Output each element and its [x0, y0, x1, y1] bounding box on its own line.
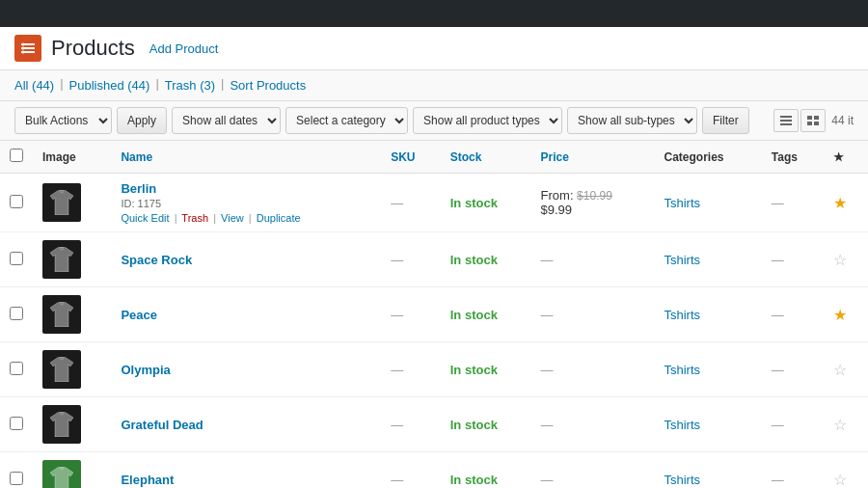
svg-rect-12: [814, 122, 819, 125]
featured-star[interactable]: ★: [833, 195, 847, 211]
product-image: [42, 405, 81, 444]
featured-star[interactable]: ☆: [833, 252, 847, 268]
stock-value: In stock: [450, 363, 498, 377]
product-image: [42, 183, 81, 222]
product-image: [42, 350, 81, 389]
product-name-link[interactable]: Peace: [121, 308, 157, 322]
price-value: From: $10.99$9.99: [541, 188, 612, 217]
table-row: BerlinID: 1175 Quick Edit | Trash | View…: [0, 174, 868, 232]
tags-value: —: [772, 196, 784, 210]
nav-tab-trash[interactable]: Trash (3): [165, 76, 215, 95]
svg-rect-7: [780, 120, 792, 122]
duplicate-link[interactable]: Duplicate: [257, 212, 301, 224]
product-types-select[interactable]: Show all product types: [413, 107, 562, 134]
tags-value: —: [772, 418, 784, 432]
sku-value: —: [391, 363, 403, 377]
bulk-actions-select[interactable]: Bulk Actions: [14, 107, 112, 134]
featured-star[interactable]: ☆: [833, 417, 847, 433]
svg-rect-11: [807, 122, 812, 125]
featured-star[interactable]: ☆: [833, 362, 847, 378]
featured-star[interactable]: ☆: [833, 472, 847, 488]
top-bar: [0, 0, 868, 27]
svg-rect-6: [780, 116, 792, 118]
tags-value: —: [772, 363, 784, 377]
product-actions: Quick Edit | Trash | View | Duplicate: [121, 212, 371, 224]
product-name-link[interactable]: Space Rock: [121, 253, 192, 267]
row-checkbox[interactable]: [10, 417, 23, 430]
product-name-link[interactable]: Grateful Dead: [121, 418, 203, 432]
product-name-link[interactable]: Olympia: [121, 363, 170, 377]
filter-button[interactable]: Filter: [702, 107, 749, 134]
row-checkbox[interactable]: [10, 472, 23, 485]
product-id: ID: 1175: [121, 198, 161, 209]
price-value: —: [541, 418, 554, 432]
table-row: Grateful Dead—In stock—Tshirts—☆: [0, 397, 868, 452]
category-link[interactable]: Tshirts: [664, 473, 700, 487]
product-name-link[interactable]: Berlin: [121, 181, 156, 196]
stock-value: In stock: [450, 308, 498, 322]
category-select[interactable]: Select a category: [285, 107, 408, 134]
table-row: Space Rock—In stock—Tshirts—☆: [0, 232, 868, 287]
price-value: —: [541, 363, 554, 377]
table-header-row: Image Name SKU Stock Price Categories Ta…: [0, 141, 868, 174]
category-link[interactable]: Tshirts: [664, 196, 700, 210]
trash-link[interactable]: Trash: [181, 212, 208, 224]
table-row: Olympia—In stock—Tshirts—☆: [0, 342, 868, 397]
svg-point-5: [22, 51, 25, 54]
view-link[interactable]: View: [221, 212, 244, 224]
sku-value: —: [391, 418, 403, 432]
row-checkbox[interactable]: [10, 252, 23, 265]
product-image: [42, 460, 81, 488]
table-row: Elephant—In stock—Tshirts—☆: [0, 452, 868, 489]
price-value: —: [541, 253, 554, 267]
row-checkbox[interactable]: [10, 362, 23, 375]
list-view-button[interactable]: [773, 109, 799, 132]
category-link[interactable]: Tshirts: [664, 308, 700, 322]
page-header: Products Add Product: [0, 27, 868, 70]
sku-value: —: [391, 253, 403, 267]
row-checkbox[interactable]: [10, 195, 23, 208]
product-image: [42, 240, 81, 279]
tags-value: —: [772, 253, 784, 267]
product-name-link[interactable]: Elephant: [121, 473, 174, 487]
nav-tabs: All (44) | Published (44) | Trash (3) | …: [0, 70, 868, 101]
add-product-link[interactable]: Add Product: [149, 41, 219, 56]
svg-rect-9: [807, 116, 812, 120]
category-link[interactable]: Tshirts: [664, 418, 700, 432]
select-all-checkbox[interactable]: [10, 149, 23, 162]
featured-header: ★: [824, 141, 868, 174]
page-title: Products: [51, 36, 135, 61]
nav-tab-published[interactable]: Published (44): [69, 76, 150, 95]
stock-value: In stock: [450, 253, 498, 267]
svg-point-3: [22, 43, 25, 46]
svg-rect-10: [814, 116, 819, 120]
svg-rect-8: [780, 123, 792, 125]
stock-value: In stock: [450, 196, 498, 210]
row-checkbox[interactable]: [10, 307, 23, 320]
price-value: —: [541, 308, 554, 322]
sub-types-select[interactable]: Show all sub-types: [567, 107, 697, 134]
stock-value: In stock: [450, 418, 498, 432]
svg-point-4: [22, 47, 25, 50]
tags-value: —: [772, 473, 784, 487]
quick-edit-link[interactable]: Quick Edit: [121, 212, 169, 224]
stock-value: In stock: [450, 473, 498, 487]
apply-button[interactable]: Apply: [117, 107, 167, 134]
nav-tab-all[interactable]: All (44): [14, 76, 54, 95]
item-count: 44 it: [831, 114, 854, 127]
view-icons: 44 it: [773, 109, 854, 132]
nav-tab-sort[interactable]: Sort Products: [230, 76, 306, 95]
featured-star[interactable]: ★: [833, 307, 847, 323]
price-value: —: [541, 473, 554, 487]
product-image: [42, 295, 81, 334]
category-link[interactable]: Tshirts: [664, 363, 700, 377]
image-header: Image: [33, 141, 111, 174]
sku-value: —: [391, 473, 403, 487]
category-link[interactable]: Tshirts: [664, 253, 700, 267]
checkbox-header: [0, 141, 33, 174]
sku-header: SKU: [381, 141, 441, 174]
toolbar: Bulk Actions Apply Show all dates Select…: [0, 101, 868, 141]
dates-select[interactable]: Show all dates: [172, 107, 281, 134]
page-icon: [14, 35, 41, 62]
grid-view-button[interactable]: [800, 109, 826, 132]
